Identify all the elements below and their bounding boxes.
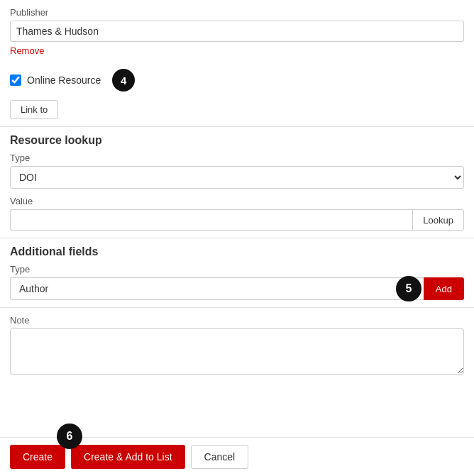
online-resource-section: Online Resource 4 Link to bbox=[0, 60, 474, 126]
lookup-row: Lookup bbox=[10, 209, 464, 231]
note-label: Note bbox=[10, 315, 464, 326]
online-resource-checkbox[interactable] bbox=[10, 74, 21, 86]
action-bar: 6 Create Create & Add to List Cancel bbox=[0, 437, 474, 476]
resource-type-select[interactable]: DOI ISBN ISSN URL bbox=[10, 166, 464, 189]
remove-link[interactable]: Remove bbox=[10, 45, 44, 56]
publisher-section: Publisher Remove bbox=[0, 0, 474, 60]
publisher-label: Publisher bbox=[10, 7, 464, 18]
additional-type-select[interactable]: Author Editor Translator Illustrator bbox=[10, 277, 424, 300]
lookup-button[interactable]: Lookup bbox=[412, 209, 464, 231]
link-to-button[interactable]: Link to bbox=[10, 100, 58, 119]
online-resource-label: Online Resource bbox=[27, 74, 101, 86]
step-badge-4: 4 bbox=[112, 69, 135, 92]
resource-lookup-title: Resource lookup bbox=[10, 134, 464, 147]
note-section: Note bbox=[0, 307, 474, 384]
additional-type-label: Type bbox=[10, 264, 464, 275]
add-button[interactable]: Add bbox=[424, 277, 464, 300]
create-add-button[interactable]: Create & Add to List bbox=[71, 445, 185, 469]
create-button[interactable]: Create bbox=[10, 445, 65, 469]
resource-value-label: Value bbox=[10, 196, 464, 206]
resource-type-label: Type bbox=[10, 153, 464, 163]
resource-value-input[interactable] bbox=[10, 209, 412, 231]
cancel-button[interactable]: Cancel bbox=[191, 445, 249, 469]
additional-type-row: Author Editor Translator Illustrator 5 A… bbox=[10, 277, 464, 300]
additional-fields-section: Additional fields Type Author Editor Tra… bbox=[0, 238, 474, 307]
publisher-input[interactable] bbox=[10, 21, 464, 42]
resource-lookup-section: Resource lookup Type DOI ISBN ISSN URL V… bbox=[0, 126, 474, 238]
additional-fields-title: Additional fields bbox=[10, 245, 464, 258]
note-textarea[interactable] bbox=[10, 328, 464, 375]
